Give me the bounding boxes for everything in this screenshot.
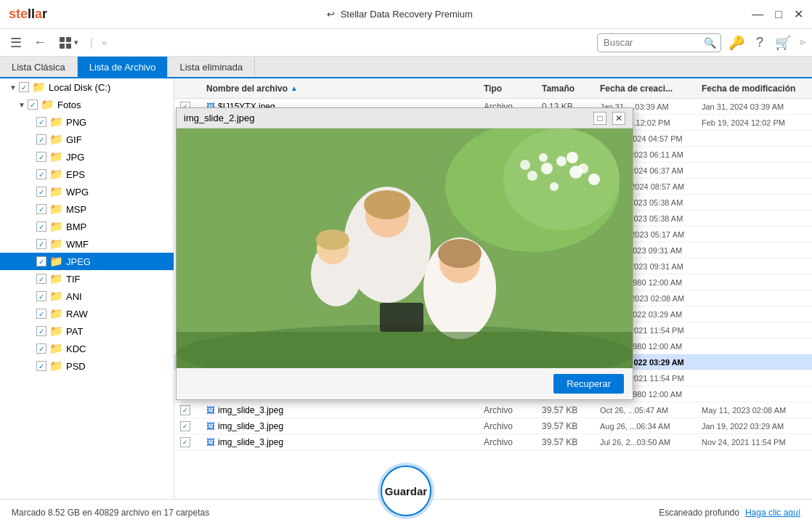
tree-item-label: WMF — [66, 239, 89, 250]
tree-checkbox[interactable] — [36, 343, 46, 354]
tree-checkbox[interactable] — [36, 274, 46, 284]
dialog-close-button[interactable]: ✕ — [612, 112, 625, 125]
tree-checkbox[interactable] — [36, 309, 46, 319]
expand-arrow-icon: ▼ — [9, 84, 17, 91]
folder-icon: 📁 — [49, 237, 63, 251]
file-icon: 🖼 — [206, 437, 215, 447]
svg-point-2 — [503, 129, 620, 230]
tree-checkbox[interactable] — [36, 187, 46, 197]
tree-item-label: Fotos — [57, 99, 81, 110]
tab-lista-clasica[interactable]: Lista Clásica — [0, 57, 78, 77]
tree-item-png[interactable]: 📁 PNG — [0, 113, 174, 131]
minimize-button[interactable]: — — [752, 8, 763, 21]
tree-checkbox[interactable] — [36, 117, 46, 127]
tree-item-local-disk[interactable]: ▼ 📁 Local Disk (C:) — [0, 78, 174, 96]
file-created: Aug 26, ...06:34 AM — [594, 422, 696, 431]
header-type[interactable]: Tipo — [478, 84, 536, 94]
file-icon: 🖼 — [206, 421, 215, 431]
window-title: ↩ Stellar Data Recovery Premium — [327, 9, 473, 20]
tree-item-fotos[interactable]: ▼ 📁 Fotos — [0, 96, 174, 113]
header-name[interactable]: Nombre del archivo ▲ — [200, 84, 478, 94]
tree-item-label: KDC — [66, 343, 86, 354]
logo-text: stellar — [9, 7, 47, 22]
tree-item-raw[interactable]: 📁 RAW — [0, 305, 174, 322]
tree-item-label: BMP — [66, 221, 86, 232]
tree-checkbox[interactable] — [19, 82, 29, 92]
toolbar-separator: | — [90, 36, 93, 49]
dialog-restore-button[interactable]: □ — [593, 112, 606, 125]
breadcrumb-arrows: » — [102, 38, 107, 48]
tree-item-bmp[interactable]: 📁 BMP — [0, 218, 174, 235]
tree-item-label: GIF — [66, 134, 82, 145]
tree-item-pat[interactable]: 📁 PAT — [0, 322, 174, 340]
back-button[interactable]: ← — [29, 32, 51, 53]
tree-checkbox[interactable] — [36, 326, 46, 336]
folder-icon: 📁 — [49, 185, 63, 198]
key-button[interactable]: 🔑 — [724, 33, 749, 52]
tree-checkbox[interactable] — [36, 134, 46, 145]
tree-item-wmf[interactable]: 📁 WMF — [0, 235, 174, 253]
search-input[interactable] — [598, 37, 699, 48]
tree-checkbox[interactable] — [36, 169, 46, 179]
tree-item-gif[interactable]: 📁 GIF — [0, 131, 174, 148]
save-button[interactable]: Guardar — [381, 465, 431, 516]
tree-checkbox[interactable] — [36, 204, 46, 214]
table-row[interactable]: 🖼img_slide_3.jpeg Archivo 39.57 KB Oct 2… — [174, 402, 812, 418]
grid-view-button[interactable]: ▾ — [54, 34, 84, 52]
row-checkbox[interactable] — [180, 437, 190, 447]
tree-item-kdc[interactable]: 📁 KDC — [0, 340, 174, 357]
tree-checkbox[interactable] — [36, 291, 46, 301]
preview-dialog: img_slide_2.jpeg □ ✕ — [176, 107, 633, 400]
recuperar-button[interactable]: Recuperar — [553, 374, 624, 394]
folder-icon: 📁 — [49, 203, 63, 216]
tree-item-msp[interactable]: 📁 MSP — [0, 200, 174, 218]
dialog-titlebar: img_slide_2.jpeg □ ✕ — [176, 108, 633, 129]
maximize-button[interactable]: □ — [775, 8, 782, 21]
tree-checkbox[interactable] — [36, 239, 46, 249]
tree-item-jpeg[interactable]: 📁 JPEG — [0, 253, 174, 270]
back-arrow-icon: ↩ — [327, 9, 335, 20]
header-created[interactable]: Fecha de creaci... — [594, 84, 696, 94]
tree-item-psd[interactable]: 📁 PSD — [0, 357, 174, 375]
menu-button[interactable]: ☰ — [6, 32, 26, 54]
overflow-indicator: ⊳ — [800, 38, 806, 47]
tree-item-jpg[interactable]: 📁 JPG — [0, 148, 174, 166]
folder-icon: 📁 — [49, 272, 63, 285]
tree-item-label: Local Disk (C:) — [49, 82, 110, 93]
file-created: Jul 26, 2...03:50 AM — [594, 438, 696, 447]
tab-lista-archivo[interactable]: Lista de Archivo — [78, 57, 169, 77]
tree-checkbox[interactable] — [36, 221, 46, 232]
header-modified[interactable]: Fecha de modificación — [696, 84, 812, 94]
statusbar-right: Escaneado profundo Haga clic aquí — [659, 508, 800, 518]
close-button[interactable]: ✕ — [794, 7, 803, 21]
file-modified: May 11, 2023 02:08 AM — [696, 406, 812, 415]
file-size: 39.57 KB — [536, 437, 594, 447]
scan-text: Escaneado profundo — [659, 508, 739, 518]
svg-point-8 — [567, 152, 578, 163]
folder-icon: 📁 — [49, 220, 63, 233]
svg-point-16 — [364, 190, 410, 219]
search-button[interactable]: 🔍 — [699, 37, 720, 49]
scan-link[interactable]: Haga clic aquí — [745, 508, 800, 518]
help-button[interactable]: ? — [752, 33, 768, 52]
row-checkbox[interactable] — [180, 405, 190, 415]
tree-checkbox[interactable] — [28, 99, 38, 110]
table-row[interactable]: 🖼img_slide_3.jpeg Archivo 39.57 KB Jul 2… — [174, 434, 812, 450]
row-checkbox[interactable] — [180, 421, 190, 431]
tree-checkbox[interactable] — [36, 152, 46, 162]
table-header: Nombre del archivo ▲ Tipo Tamaño Fecha d… — [174, 78, 812, 99]
tab-lista-eliminada[interactable]: Lista eliminada — [168, 57, 255, 77]
file-modified: Jan 19, 2022 03:29 AM — [696, 422, 812, 431]
header-size[interactable]: Tamaño — [536, 84, 594, 94]
folder-icon: 📁 — [49, 307, 63, 320]
grid-dropdown-arrow: ▾ — [74, 38, 78, 47]
tree-checkbox[interactable] — [36, 256, 46, 266]
tree-item-ani[interactable]: 📁 ANI — [0, 288, 174, 305]
table-row[interactable]: 🖼img_slide_3.jpeg Archivo 39.57 KB Aug 2… — [174, 418, 812, 434]
tree-checkbox[interactable] — [36, 361, 46, 371]
tree-item-eps[interactable]: 📁 EPS — [0, 166, 174, 183]
tree-item-wpg[interactable]: 📁 WPG — [0, 183, 174, 200]
tree-item-tif[interactable]: 📁 TIF — [0, 270, 174, 288]
tree-item-label: RAW — [66, 309, 88, 320]
cart-button[interactable]: 🛒 — [771, 33, 795, 52]
